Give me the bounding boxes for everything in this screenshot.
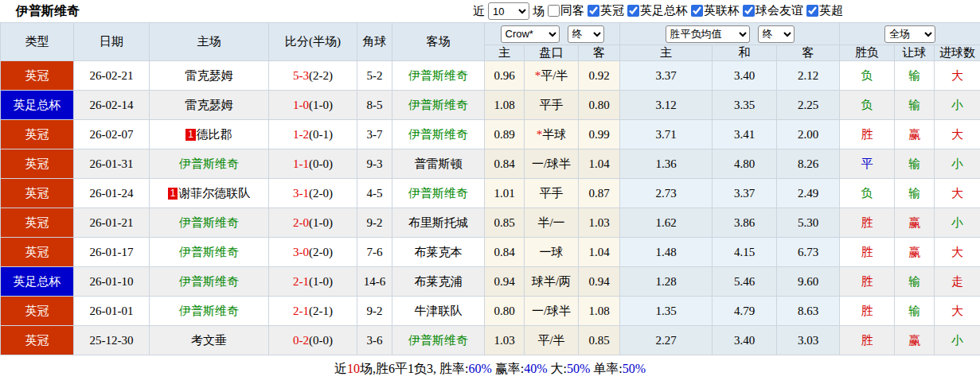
away-team-cell: 布莱克本 <box>392 238 485 267</box>
table-row[interactable]: 英冠26-01-241谢菲尔德联队3-1(2-0)4-5伊普斯维奇1.01平手0… <box>1 179 980 208</box>
odds-time-select[interactable]: 终 <box>568 25 604 43</box>
avg-draw-cell: 3.86 <box>713 208 777 238</box>
avg-draw-cell: 3.41 <box>713 120 777 149</box>
result-cell: 平 <box>840 149 895 179</box>
date-cell: 26-01-10 <box>74 267 150 297</box>
league-badge: 英冠 <box>1 149 74 179</box>
avg-lose-cell: 6.73 <box>777 238 840 267</box>
league-badge: 英冠 <box>1 179 74 208</box>
col-header-corners: 角球 <box>357 23 392 61</box>
filter-checkbox-label[interactable]: 英冠 <box>584 3 624 18</box>
average-group-header: 胜平负均值终 <box>620 23 840 45</box>
handicap-result-cell: 输 <box>895 91 935 120</box>
home-odds-cell: 0.80 <box>485 297 525 326</box>
col-header-away: 客场 <box>392 23 485 61</box>
filter-checkbox-label[interactable]: 英超 <box>803 3 843 18</box>
filter-checkbox[interactable] <box>588 5 599 17</box>
away-team-cell: 伊普斯维奇 <box>392 91 485 120</box>
away-team-name: 牛津联队 <box>415 305 463 317</box>
filter-checkbox[interactable] <box>548 5 560 17</box>
goals-result-cell: 小 <box>935 91 980 120</box>
filter-label: 英联杯 <box>704 3 740 18</box>
result-cell: 负 <box>840 61 895 91</box>
average-type-select[interactable]: 胜平负均值 <box>666 25 750 43</box>
home-team-name: 雷克瑟姆 <box>185 69 233 82</box>
table-row[interactable]: 英冠26-01-21伊普斯维奇2-0(1-0)9-2布里斯托城0.85半/一1.… <box>1 208 980 238</box>
league-badge: 英冠 <box>1 326 74 355</box>
subcol-result: 胜负 <box>840 45 895 61</box>
handicap-result-cell: 输 <box>895 267 935 297</box>
top-filter-bar: 伊普斯维奇 近 10 场 同客英冠英足总杯英联杯球会友谊英超 <box>0 0 980 22</box>
score-cell: 1-0(1-0) <box>269 91 357 120</box>
odds-company-select[interactable]: Crow* <box>501 25 560 43</box>
home-team-name: 雷克瑟姆 <box>185 99 233 111</box>
away-odds-cell: 0.94 <box>579 267 620 297</box>
filter-checkbox-label[interactable]: 英联杯 <box>688 3 740 18</box>
result-cell: 负 <box>840 91 895 120</box>
league-badge: 英冠 <box>1 297 74 326</box>
average-time-select[interactable]: 终 <box>758 25 795 43</box>
away-team-name: 普雷斯顿 <box>415 157 463 170</box>
filter-label: 英足总杯 <box>640 3 688 18</box>
date-cell: 26-02-07 <box>74 120 150 149</box>
away-team-cell: 牛津联队 <box>392 297 485 326</box>
table-row[interactable]: 英冠26-01-31伊普斯维奇1-1(0-0)9-3普雷斯顿0.84一/球半1.… <box>1 149 980 179</box>
handicap-line-cell: 半/一 <box>525 208 579 238</box>
filter-controls: 近 10 场 同客英冠英足总杯英联杯球会友谊英超 <box>473 2 843 20</box>
recent-count-select[interactable]: 10 <box>488 2 529 20</box>
filter-checkbox[interactable] <box>627 5 639 17</box>
fulltime-score: 1-2 <box>293 128 309 141</box>
subcol-avg-lose: 客 <box>777 45 840 61</box>
summary-segment: 大: <box>548 361 567 378</box>
away-team-name: 伊普斯维奇 <box>408 128 468 141</box>
home-team-cell: 考文垂 <box>150 326 269 355</box>
filter-checkbox-label[interactable]: 球会友谊 <box>740 3 803 18</box>
table-row[interactable]: 英冠26-02-21雷克瑟姆5-3(2-2)5-2伊普斯维奇0.96*平/半0.… <box>1 61 980 91</box>
summary-segment: 近 <box>334 361 347 378</box>
filter-checkbox[interactable] <box>743 5 755 17</box>
home-team-name: 伊普斯维奇 <box>179 275 239 288</box>
away-team-cell: 伊普斯维奇 <box>392 61 485 91</box>
score-cell: 2-0(1-0) <box>269 208 357 238</box>
home-team-cell: 伊普斯维奇 <box>150 208 269 238</box>
halftime-score: (2-0) <box>309 187 333 200</box>
goals-result-cell: 大 <box>935 297 980 326</box>
corners-cell: 9-2 <box>357 297 392 326</box>
table-row[interactable]: 英冠26-02-071德比郡1-2(0-1)3-7伊普斯维奇0.89*半球0.9… <box>1 120 980 149</box>
summary-segment: 10 <box>347 362 360 376</box>
goals-result-cell: 大 <box>935 61 980 91</box>
halftime-score: (1-0) <box>309 216 333 229</box>
avg-draw-cell: 4.79 <box>713 297 777 326</box>
scope-select[interactable]: 全场 <box>884 25 935 43</box>
table-row[interactable]: 英足总杯26-01-10伊普斯维奇2-1(1-0)14-6布莱克浦0.94球半/… <box>1 267 980 297</box>
table-row[interactable]: 英冠26-01-17伊普斯维奇3-0(2-0)7-6布莱克本0.84一球1.04… <box>1 238 980 267</box>
subcol-avg-draw: 和 <box>713 45 777 61</box>
matches-label: 场 <box>533 4 545 19</box>
summary-segment: 赢率: <box>492 361 524 378</box>
avg-lose-cell: 2.12 <box>777 61 840 91</box>
league-badge: 英冠 <box>1 238 74 267</box>
handicap-line-cell: 平手 <box>525 179 579 208</box>
home-team-cell: 伊普斯维奇 <box>150 149 269 179</box>
fulltime-score: 2-1 <box>293 275 309 288</box>
filter-checkbox[interactable] <box>806 5 818 17</box>
avg-lose-cell: 2.00 <box>777 120 840 149</box>
avg-win-cell: 2.27 <box>620 326 713 355</box>
date-cell: 26-01-31 <box>74 149 150 179</box>
away-team-cell: 布莱克浦 <box>392 267 485 297</box>
away-team-name: 伊普斯维奇 <box>408 187 468 200</box>
table-row[interactable]: 英足总杯26-02-14雷克瑟姆1-0(1-0)8-5伊普斯维奇1.08平手0.… <box>1 91 980 120</box>
avg-win-cell: 3.12 <box>620 91 713 120</box>
filter-checkbox-label[interactable]: 英足总杯 <box>624 3 688 18</box>
fulltime-score: 2-1 <box>293 305 309 317</box>
corners-cell: 3-7 <box>357 120 392 149</box>
table-row[interactable]: 英冠25-12-30考文垂0-2(0-0)3-6伊普斯维奇1.03平/半0.85… <box>1 326 980 355</box>
table-row[interactable]: 英冠26-01-01伊普斯维奇2-1(2-1)9-2牛津联队0.80一/球半1.… <box>1 297 980 326</box>
filter-checkbox[interactable] <box>691 5 703 17</box>
fulltime-score: 3-1 <box>293 187 309 200</box>
handicap-result-cell: 输 <box>895 297 935 326</box>
avg-lose-cell: 8.63 <box>777 297 840 326</box>
league-badge: 英足总杯 <box>1 267 74 297</box>
avg-win-cell: 3.71 <box>620 120 713 149</box>
filter-checkbox-label[interactable]: 同客 <box>545 3 584 18</box>
